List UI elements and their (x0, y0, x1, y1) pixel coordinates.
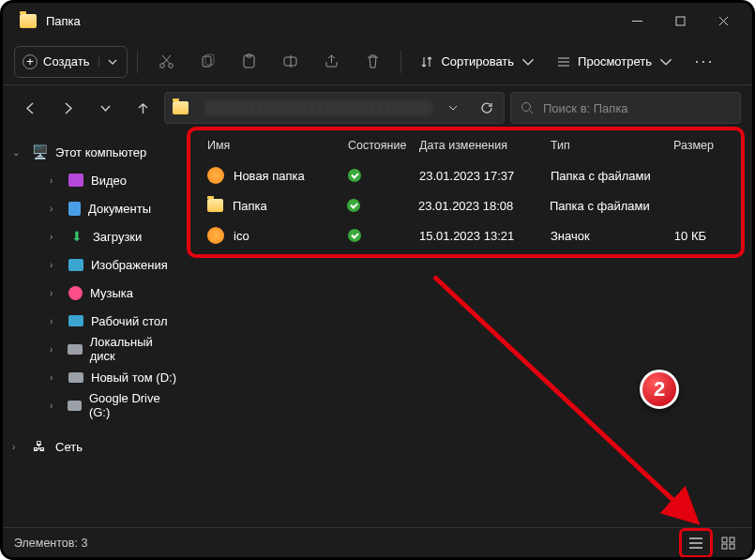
address-bar[interactable] (164, 92, 505, 124)
sidebar-item-music[interactable]: ›Музыка (37, 279, 183, 307)
more-button[interactable]: ··· (686, 46, 723, 78)
svg-line-6 (163, 55, 171, 64)
cut-button[interactable] (147, 46, 185, 78)
plus-icon: + (23, 54, 38, 69)
view-label: Просмотреть (578, 54, 652, 68)
toolbar: + Создать Сортировать Просмотреть ··· (3, 38, 752, 85)
sidebar-item-images[interactable]: ›Изображения (37, 250, 183, 279)
col-modified[interactable]: Дата изменения (419, 139, 551, 152)
chevron-icon: › (50, 316, 61, 326)
col-size[interactable]: Размер (665, 139, 723, 152)
nav-row: Поиск в: Папка (3, 85, 752, 130)
sort-label: Сортировать (441, 54, 514, 68)
orange-icon (207, 227, 224, 244)
sort-icon (420, 55, 433, 68)
col-type[interactable]: Тип (551, 139, 665, 152)
minimize-button[interactable] (615, 6, 658, 36)
search-placeholder: Поиск в: Папка (543, 101, 628, 115)
sidebar: ⌄ 🖥️ Этот компьютер ›Видео ›Документы ›⬇… (3, 130, 189, 515)
desktop-icon (68, 315, 83, 326)
video-icon (68, 174, 83, 187)
sidebar-item-documents[interactable]: ›Документы (37, 194, 183, 222)
disk-icon (68, 401, 82, 411)
back-button[interactable] (14, 92, 46, 124)
chevron-icon: › (50, 232, 61, 242)
svg-point-4 (160, 64, 165, 68)
path-blurred (205, 100, 432, 115)
annotation-highlight-small (679, 528, 713, 558)
folder-icon (20, 14, 37, 28)
status-synced-icon (348, 169, 361, 182)
sidebar-item-video[interactable]: ›Видео (37, 166, 183, 194)
pc-icon: 🖥️ (31, 144, 48, 159)
svg-rect-22 (722, 537, 727, 542)
item-count: Элементов: 3 (14, 537, 87, 550)
thumbnails-view-button[interactable] (717, 533, 741, 553)
chevron-down-icon (659, 55, 672, 68)
details-view-button[interactable] (684, 533, 708, 553)
chevron-icon: › (50, 344, 60, 355)
chevron-down-icon[interactable] (440, 95, 466, 121)
sidebar-item-desktop[interactable]: ›Рабочий стол (37, 307, 183, 335)
new-button[interactable]: + Создать (14, 46, 128, 78)
col-status[interactable]: Состояние (348, 139, 419, 152)
forward-button[interactable] (52, 92, 83, 124)
file-list: Имя Состояние Дата изменения Тип Размер … (189, 130, 752, 515)
orange-icon (207, 167, 224, 184)
paste-button[interactable] (230, 46, 267, 78)
delete-button[interactable] (354, 46, 391, 78)
svg-rect-25 (730, 544, 734, 549)
sidebar-item-downloads[interactable]: ›⬇Загрузки (37, 222, 183, 250)
sidebar-network[interactable]: › 🖧 Сеть (8, 432, 183, 461)
network-icon: 🖧 (31, 439, 48, 454)
titlebar: Папка (3, 3, 752, 38)
copy-button[interactable] (189, 46, 226, 78)
disk-icon (68, 372, 83, 383)
annotation-number: 2 (640, 370, 679, 409)
folder-icon (173, 101, 189, 114)
chevron-icon: › (50, 204, 61, 214)
file-row[interactable]: Новая папка 23.01.2023 17:37 Папка с фай… (189, 160, 752, 190)
chevron-icon: › (50, 288, 61, 298)
view-button[interactable]: Просмотреть (548, 46, 682, 78)
svg-rect-1 (676, 17, 685, 25)
svg-point-5 (169, 64, 174, 68)
close-button[interactable] (702, 6, 745, 36)
chevron-icon: › (50, 401, 60, 411)
recent-button[interactable] (89, 92, 121, 124)
share-button[interactable] (312, 46, 350, 78)
svg-point-17 (522, 103, 531, 112)
sidebar-root[interactable]: ⌄ 🖥️ Этот компьютер (8, 138, 183, 166)
chevron-down-icon (521, 55, 535, 68)
search-input[interactable]: Поиск в: Папка (510, 92, 741, 124)
rename-button[interactable] (271, 46, 309, 78)
file-row[interactable]: Папка 23.01.2023 18:08 Папка с файлами (189, 190, 752, 220)
refresh-button[interactable] (474, 95, 500, 121)
maximize-button[interactable] (658, 6, 702, 36)
status-synced-icon (348, 229, 361, 242)
document-icon (68, 202, 81, 216)
sort-button[interactable]: Сортировать (411, 46, 544, 78)
search-icon (521, 101, 534, 114)
svg-rect-24 (722, 544, 727, 549)
music-icon (68, 286, 83, 300)
chevron-icon: › (50, 372, 61, 383)
statusbar: Элементов: 3 (3, 527, 752, 557)
file-row[interactable]: ico 15.01.2023 13:21 Значок 10 КБ (189, 220, 752, 250)
chevron-icon: › (50, 175, 61, 186)
up-button[interactable] (127, 92, 159, 124)
svg-line-7 (162, 55, 170, 64)
sidebar-item-googledrive[interactable]: ›Google Drive (G:) (37, 391, 183, 419)
download-icon: ⬇ (68, 229, 85, 244)
sidebar-item-localdisk[interactable]: ›Локальный диск (37, 335, 183, 363)
new-label: Создать (43, 54, 89, 68)
chevron-icon: › (12, 442, 23, 452)
image-icon (68, 259, 83, 271)
status-synced-icon (347, 199, 360, 212)
column-headers[interactable]: Имя Состояние Дата изменения Тип Размер (189, 130, 752, 160)
svg-rect-23 (730, 537, 734, 542)
svg-line-18 (530, 111, 533, 114)
col-name[interactable]: Имя (207, 139, 348, 152)
folder-icon (207, 199, 223, 212)
sidebar-item-newvolume[interactable]: ›Новый том (D:) (37, 363, 183, 391)
